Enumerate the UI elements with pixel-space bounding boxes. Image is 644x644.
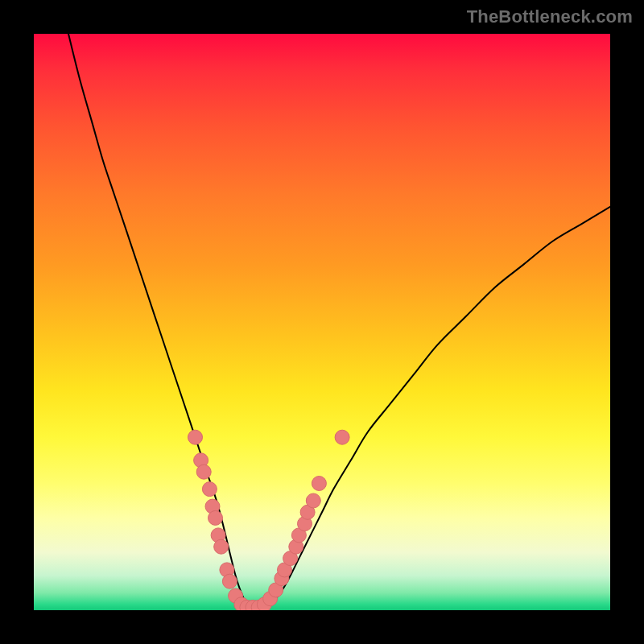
curve-marker bbox=[335, 430, 349, 444]
curve-marker bbox=[306, 493, 320, 508]
watermark-text: TheBottleneck.com bbox=[467, 6, 633, 27]
curve-marker bbox=[214, 539, 229, 554]
curve-marker bbox=[312, 477, 326, 491]
chart-frame: TheBottleneck.com bbox=[0, 0, 644, 644]
curve-markers bbox=[188, 430, 350, 610]
plot-area bbox=[34, 34, 610, 610]
curve-marker bbox=[222, 574, 237, 588]
curve-marker bbox=[196, 464, 211, 479]
curve-marker bbox=[188, 430, 203, 444]
chart-svg bbox=[34, 34, 610, 610]
curve-marker bbox=[208, 510, 223, 525]
curve-marker bbox=[202, 482, 217, 497]
bottleneck-curve bbox=[68, 34, 610, 608]
